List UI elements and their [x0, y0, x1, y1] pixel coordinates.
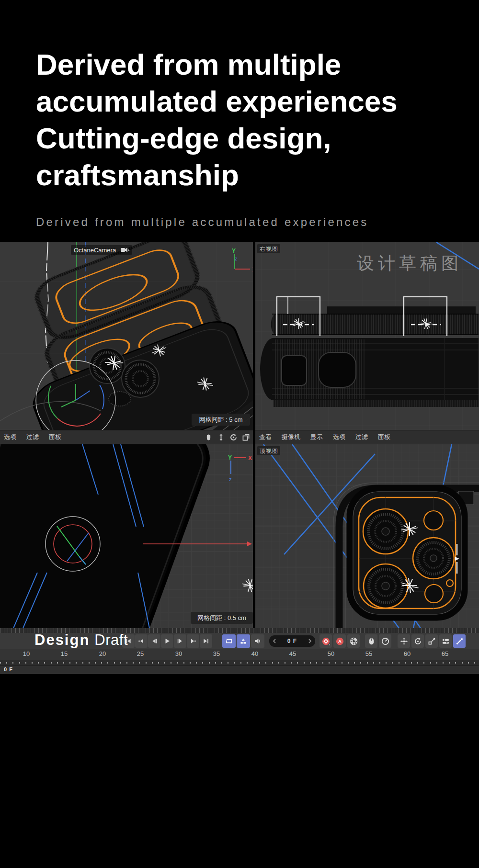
flash — [424, 511, 443, 530]
keying-settings-button[interactable] — [347, 634, 360, 648]
loop-toggle-button[interactable] — [222, 634, 236, 648]
design-draft-title: DesignDraft — [34, 631, 128, 649]
dial-icon — [381, 637, 389, 645]
frame-prev-icon[interactable] — [272, 638, 277, 644]
next-frame-button[interactable] — [174, 634, 186, 648]
toggle-view-icon[interactable] — [242, 433, 250, 441]
menu-filter[interactable]: 过滤 — [26, 433, 39, 441]
menubar-left: 选项 过滤 面板 — [0, 430, 253, 444]
svg-text:X: X — [252, 266, 253, 273]
lens — [413, 538, 454, 579]
key-scale-button[interactable] — [425, 634, 438, 648]
key-pla-button[interactable] — [453, 634, 466, 648]
autokey-button[interactable]: A — [333, 634, 346, 648]
ruler-number: 50 — [324, 650, 338, 657]
key-rotation-icon — [414, 637, 422, 645]
menu-panel[interactable]: 面板 — [378, 433, 390, 441]
viewport-top-view[interactable]: 顶视图 — [255, 444, 479, 628]
ruler-number: 20 — [96, 650, 109, 657]
frame-next-icon[interactable] — [308, 638, 312, 644]
goto-end-icon — [203, 638, 209, 644]
key-scale-icon — [428, 637, 436, 645]
next-key-icon — [190, 638, 196, 644]
key-position-button[interactable] — [398, 634, 410, 648]
track-display-icon: A — [240, 637, 247, 645]
prev-frame-button[interactable] — [148, 634, 160, 648]
svg-text:OctaneCamera: OctaneCamera — [74, 247, 116, 254]
menu-filter[interactable]: 过滤 — [355, 433, 368, 441]
ruler-number: 15 — [57, 650, 71, 657]
key-position-icon — [400, 637, 408, 645]
mouse-record-button[interactable] — [365, 634, 377, 648]
sound-icon — [254, 637, 262, 645]
next-key-button[interactable] — [187, 634, 199, 648]
watermark-text: 设计草稿图 — [357, 253, 462, 273]
prev-key-icon — [138, 638, 145, 644]
viewport-menubars: 选项 过滤 面板 查看 摄像 — [0, 430, 479, 444]
key-parameter-button[interactable] — [439, 634, 452, 648]
frame-field[interactable]: 0 F — [269, 635, 315, 647]
svg-text:网格间距 : 0.5 cm: 网格间距 : 0.5 cm — [197, 614, 246, 621]
sensor — [425, 585, 443, 603]
next-frame-icon — [177, 638, 183, 644]
title-line-1: Derived from multiple — [36, 46, 467, 83]
prev-key-button[interactable] — [135, 634, 148, 648]
menu-panel[interactable]: 面板 — [49, 433, 61, 441]
svg-text:Y: Y — [232, 248, 236, 254]
svg-text:Y: Y — [228, 454, 232, 461]
case-side-profile — [260, 306, 479, 407]
camera-object-label[interactable]: OctaneCamera — [71, 245, 132, 255]
dial-button[interactable] — [379, 634, 391, 648]
page-title: Derived from multiple accumulated experi… — [36, 46, 467, 193]
ruler-number: 35 — [210, 650, 223, 657]
sound-button[interactable] — [251, 634, 264, 648]
viewport-back-view[interactable]: Y X z 网格间距 : 0.5 cm — [0, 444, 253, 628]
keying-settings-icon — [350, 637, 358, 645]
viewport-right-view[interactable]: 设计草稿图 右视图 — [255, 242, 479, 430]
viewport-perspective[interactable]: OctaneCamera Y z X 网格间距 : 5 cm — [0, 242, 253, 430]
track-display-button[interactable]: A — [237, 634, 250, 648]
svg-text:X: X — [248, 455, 252, 462]
ruler-number: 45 — [286, 650, 299, 657]
svg-text:A: A — [338, 639, 341, 644]
goto-end-button[interactable] — [200, 634, 212, 648]
menubar-right: 查看 摄像机 显示 选项 过滤 面板 — [255, 430, 479, 444]
timeline-tick-dots — [0, 660, 479, 665]
hero-section: Derived from multiple accumulated experi… — [36, 46, 467, 229]
view-label-badge: 顶视图 — [257, 446, 280, 455]
ruler-number: 40 — [248, 650, 262, 657]
mouse-record-icon — [367, 637, 376, 645]
ruler-number: 65 — [438, 650, 452, 657]
autokey-icon: A — [336, 637, 344, 645]
grid-spacing-label: 网格间距 : 0.5 cm — [191, 612, 253, 624]
loop-icon — [225, 637, 233, 645]
rotate-view-icon[interactable] — [229, 433, 238, 441]
record-keyframe-button[interactable] — [319, 634, 332, 648]
ruler-number: 25 — [134, 650, 147, 657]
key-rotation-button[interactable] — [411, 634, 424, 648]
menu-options[interactable]: 选项 — [4, 433, 16, 441]
svg-text:A: A — [242, 638, 245, 642]
ruler-number: 55 — [362, 650, 376, 657]
lens — [364, 564, 408, 608]
current-frame-bar[interactable]: 0 F — [0, 665, 479, 674]
frame-field-value: 0 F — [287, 638, 297, 644]
play-button[interactable] — [161, 634, 173, 648]
timeline: DesignDraft — [0, 628, 479, 674]
menu-options[interactable]: 选项 — [333, 433, 345, 441]
dolly-zoom-icon[interactable] — [217, 433, 225, 441]
menu-cameras[interactable]: 摄像机 — [282, 433, 300, 441]
menu-display[interactable]: 显示 — [310, 433, 323, 441]
title-line-2: accumulated experiences — [36, 83, 467, 120]
lens — [363, 509, 408, 554]
subtitle: Derived from multiple accumulated experi… — [36, 215, 467, 229]
svg-text:顶视图: 顶视图 — [259, 448, 278, 454]
ruler-number: 10 — [20, 650, 33, 657]
axis-gizmo: Y z X — [232, 248, 253, 273]
view-label-badge: 右视图 — [257, 244, 280, 253]
timeline-ruler[interactable]: 10 15 20 25 30 35 40 45 50 55 60 65 — [0, 649, 479, 660]
title-line-3: Cutting-edge design, — [36, 120, 467, 157]
pan-hand-icon[interactable] — [205, 433, 213, 441]
record-keyframe-icon — [322, 637, 330, 645]
menu-view[interactable]: 查看 — [259, 433, 272, 441]
